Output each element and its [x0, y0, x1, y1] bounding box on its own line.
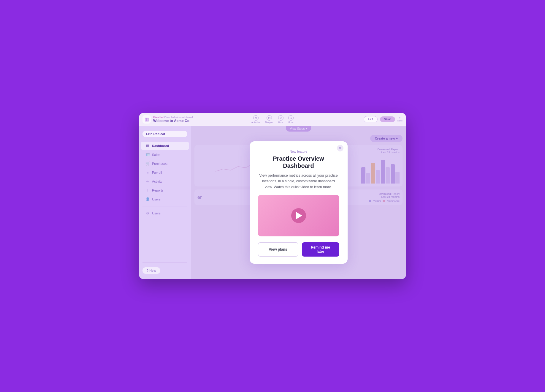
disabled-text: Disabled: [153, 116, 164, 119]
content-area: View Steps ▾ Create a new + Download Rep…: [191, 126, 406, 279]
payroll-icon: ≡: [145, 170, 150, 175]
view-plans-button[interactable]: View plans: [258, 242, 298, 257]
save-button[interactable]: Save: [380, 116, 395, 122]
sidebar-divider: [142, 206, 187, 206]
sidebar-item-users[interactable]: 👤 Users: [141, 195, 189, 203]
navigate-button[interactable]: ⊡ Navigate: [265, 115, 273, 123]
exit-button[interactable]: Exit: [364, 116, 378, 122]
app-title: Welcome to Acme Co!: [153, 119, 193, 123]
status-label: DisabledDisabled /Acme-Internal: [153, 116, 193, 119]
undo-button[interactable]: ↩ Undo: [278, 115, 283, 123]
sidebar-item-label: Payroll: [152, 171, 162, 174]
reports-icon: ↑: [145, 188, 150, 192]
modal-overlay: × New feature Practice Overview Dashboar…: [191, 126, 406, 279]
activity-icon: ∿: [145, 179, 150, 184]
help-button[interactable]: ? Help: [142, 267, 160, 274]
sidebar-item-dashboard[interactable]: ⊞ Dashboard: [141, 142, 189, 150]
remind-later-button[interactable]: Remind me later: [302, 242, 339, 257]
top-bar: ▦ DisabledDisabled /Acme-Internal Welcom…: [139, 113, 406, 126]
modal-title: Practice Overview Dashboard: [258, 155, 339, 169]
sidebar-item-label: Users: [152, 211, 161, 215]
main-area: Erin Radleaf ⊞ Dashboard 🪪 Sales 🛒 Purch…: [139, 126, 406, 279]
sidebar-item-reports[interactable]: ↑ Reports: [141, 186, 189, 195]
sidebar-bottom: ? Help: [139, 260, 191, 276]
sidebar-item-label: Purchases: [152, 162, 167, 165]
topbar-center-actions: ⊙ Activation ⊡ Navigate ↩ Undo ↪ Redo: [251, 115, 294, 123]
sidebar-item-settings-users[interactable]: ⚙ Users: [141, 209, 189, 217]
move-controls: ⬆ Move: [397, 117, 403, 122]
play-icon: [296, 212, 302, 219]
app-logo: ▦: [142, 115, 151, 124]
sales-icon: 🪪: [145, 153, 150, 157]
modal-actions: View plans Remind me later: [258, 242, 339, 257]
purchases-icon: 🛒: [145, 162, 150, 166]
sidebar-item-purchases[interactable]: 🛒 Purchases: [141, 159, 189, 168]
modal-description: View performance metrics across all your…: [258, 173, 339, 190]
title-area: DisabledDisabled /Acme-Internal Welcome …: [153, 116, 193, 123]
sidebar: Erin Radleaf ⊞ Dashboard 🪪 Sales 🛒 Purch…: [139, 126, 191, 279]
topbar-right-actions: Exit Save ⬆ Move: [364, 116, 403, 122]
sidebar-item-label: Dashboard: [152, 144, 169, 148]
sidebar-item-payroll[interactable]: ≡ Payroll: [141, 168, 189, 177]
sidebar-item-label: Activity: [152, 180, 162, 183]
modal-tag: New feature: [258, 150, 339, 153]
sidebar-item-label: Reports: [152, 189, 164, 192]
user-pill[interactable]: Erin Radleaf: [142, 131, 187, 137]
sidebar-divider-bottom: [142, 262, 187, 263]
sidebar-item-label: Sales: [152, 153, 160, 157]
users-icon: 👤: [145, 197, 150, 201]
sidebar-item-label: Users: [152, 197, 161, 201]
sidebar-item-activity[interactable]: ∿ Activity: [141, 177, 189, 186]
feature-modal: × New feature Practice Overview Dashboar…: [250, 141, 348, 264]
redo-button[interactable]: ↪ Redo: [288, 115, 294, 123]
sidebar-item-sales[interactable]: 🪪 Sales: [141, 151, 189, 159]
play-button[interactable]: [291, 208, 306, 223]
activation-button[interactable]: ⊙ Activation: [251, 115, 260, 123]
dashboard-icon: ⊞: [145, 144, 150, 148]
app-window: ▦ DisabledDisabled /Acme-Internal Welcom…: [139, 113, 406, 279]
video-placeholder[interactable]: [258, 195, 339, 236]
settings-icon: ⚙: [145, 211, 150, 215]
modal-close-button[interactable]: ×: [337, 145, 343, 151]
